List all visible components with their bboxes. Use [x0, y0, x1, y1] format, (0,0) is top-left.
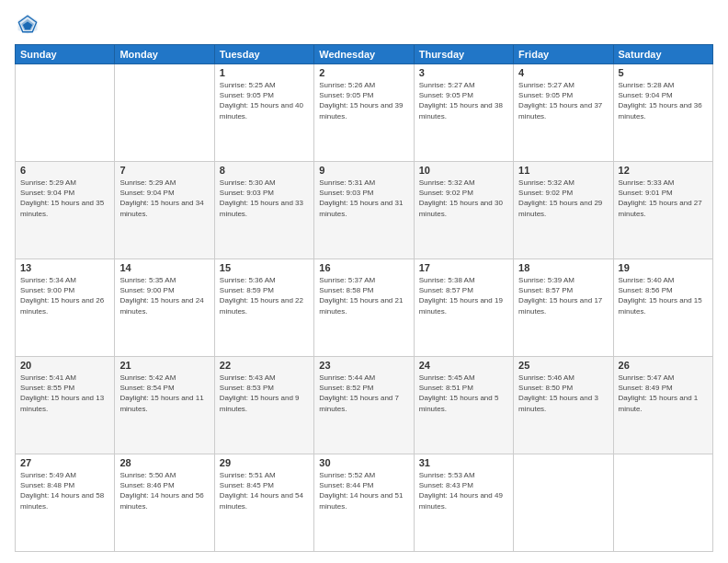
calendar-cell: 31Sunrise: 5:53 AMSunset: 8:43 PMDayligh… [414, 454, 513, 552]
day-info: Sunrise: 5:43 AMSunset: 8:53 PMDaylight:… [220, 373, 309, 414]
day-info: Sunrise: 5:49 AMSunset: 8:48 PMDaylight:… [20, 470, 109, 511]
week-row-1: 1Sunrise: 5:25 AMSunset: 9:05 PMDaylight… [16, 64, 713, 162]
day-number: 15 [220, 262, 309, 273]
day-number: 5 [619, 67, 708, 78]
calendar-cell: 7Sunrise: 5:29 AMSunset: 9:04 PMDaylight… [115, 162, 214, 259]
calendar-cell: 21Sunrise: 5:42 AMSunset: 8:54 PMDayligh… [115, 357, 214, 454]
day-info: Sunrise: 5:29 AMSunset: 9:04 PMDaylight:… [20, 178, 109, 219]
calendar-cell: 4Sunrise: 5:27 AMSunset: 9:05 PMDaylight… [514, 64, 613, 162]
day-info: Sunrise: 5:50 AMSunset: 8:46 PMDaylight:… [119, 470, 209, 511]
day-number: 17 [419, 262, 508, 273]
day-number: 20 [20, 360, 109, 371]
calendar-cell [115, 64, 214, 162]
day-number: 8 [220, 165, 309, 176]
day-number: 14 [119, 262, 209, 273]
calendar-cell: 26Sunrise: 5:47 AMSunset: 8:49 PMDayligh… [613, 357, 712, 454]
calendar-cell: 1Sunrise: 5:25 AMSunset: 9:05 PMDaylight… [214, 64, 313, 162]
day-info: Sunrise: 5:51 AMSunset: 8:45 PMDaylight:… [220, 470, 309, 511]
day-info: Sunrise: 5:34 AMSunset: 9:00 PMDaylight:… [20, 275, 109, 316]
weekday-header-sunday: Sunday [16, 45, 115, 64]
day-number: 10 [419, 165, 508, 176]
day-info: Sunrise: 5:53 AMSunset: 8:43 PMDaylight:… [419, 470, 508, 511]
day-number: 22 [220, 360, 309, 371]
logo-icon [15, 11, 40, 37]
day-number: 26 [619, 360, 708, 371]
day-info: Sunrise: 5:35 AMSunset: 9:00 PMDaylight:… [119, 275, 209, 316]
calendar-cell: 25Sunrise: 5:46 AMSunset: 8:50 PMDayligh… [514, 357, 613, 454]
day-number: 29 [220, 457, 309, 468]
day-info: Sunrise: 5:46 AMSunset: 8:50 PMDaylight:… [518, 373, 608, 414]
calendar-cell: 3Sunrise: 5:27 AMSunset: 9:05 PMDaylight… [414, 64, 513, 162]
day-info: Sunrise: 5:42 AMSunset: 8:54 PMDaylight:… [119, 373, 209, 414]
day-info: Sunrise: 5:30 AMSunset: 9:03 PMDaylight:… [220, 178, 309, 219]
weekday-header-saturday: Saturday [613, 45, 712, 64]
day-info: Sunrise: 5:38 AMSunset: 8:57 PMDaylight:… [419, 275, 508, 316]
day-number: 19 [619, 262, 708, 273]
weekday-header-monday: Monday [115, 45, 214, 64]
day-number: 18 [518, 262, 608, 273]
calendar-cell: 14Sunrise: 5:35 AMSunset: 9:00 PMDayligh… [115, 259, 214, 357]
day-info: Sunrise: 5:47 AMSunset: 8:49 PMDaylight:… [619, 373, 708, 414]
calendar-cell: 9Sunrise: 5:31 AMSunset: 9:03 PMDaylight… [314, 162, 414, 259]
calendar-cell: 28Sunrise: 5:50 AMSunset: 8:46 PMDayligh… [115, 454, 214, 552]
calendar-cell: 27Sunrise: 5:49 AMSunset: 8:48 PMDayligh… [16, 454, 115, 552]
day-number: 1 [220, 67, 309, 78]
day-info: Sunrise: 5:41 AMSunset: 8:55 PMDaylight:… [20, 373, 109, 414]
day-number: 24 [419, 360, 508, 371]
day-info: Sunrise: 5:45 AMSunset: 8:51 PMDaylight:… [419, 373, 508, 414]
day-number: 16 [319, 262, 408, 273]
calendar-cell: 16Sunrise: 5:37 AMSunset: 8:58 PMDayligh… [314, 259, 414, 357]
calendar-cell [613, 454, 712, 552]
calendar-cell: 20Sunrise: 5:41 AMSunset: 8:55 PMDayligh… [16, 357, 115, 454]
day-info: Sunrise: 5:33 AMSunset: 9:01 PMDaylight:… [619, 178, 708, 219]
weekday-header-row: SundayMondayTuesdayWednesdayThursdayFrid… [16, 45, 713, 64]
calendar-cell: 5Sunrise: 5:28 AMSunset: 9:04 PMDaylight… [613, 64, 712, 162]
calendar-table: SundayMondayTuesdayWednesdayThursdayFrid… [15, 44, 713, 552]
calendar-cell: 30Sunrise: 5:52 AMSunset: 8:44 PMDayligh… [314, 454, 414, 552]
calendar-cell [514, 454, 613, 552]
week-row-2: 6Sunrise: 5:29 AMSunset: 9:04 PMDaylight… [16, 162, 713, 259]
calendar-cell: 29Sunrise: 5:51 AMSunset: 8:45 PMDayligh… [214, 454, 313, 552]
calendar-cell: 24Sunrise: 5:45 AMSunset: 8:51 PMDayligh… [414, 357, 513, 454]
calendar-cell: 17Sunrise: 5:38 AMSunset: 8:57 PMDayligh… [414, 259, 513, 357]
calendar-cell: 23Sunrise: 5:44 AMSunset: 8:52 PMDayligh… [314, 357, 414, 454]
day-info: Sunrise: 5:39 AMSunset: 8:57 PMDaylight:… [518, 275, 608, 316]
day-number: 12 [619, 165, 708, 176]
day-number: 13 [20, 262, 109, 273]
day-info: Sunrise: 5:40 AMSunset: 8:56 PMDaylight:… [619, 275, 708, 316]
day-info: Sunrise: 5:44 AMSunset: 8:52 PMDaylight:… [319, 373, 408, 414]
day-number: 11 [518, 165, 608, 176]
weekday-header-friday: Friday [514, 45, 613, 64]
calendar-cell: 22Sunrise: 5:43 AMSunset: 8:53 PMDayligh… [214, 357, 313, 454]
calendar-cell: 19Sunrise: 5:40 AMSunset: 8:56 PMDayligh… [613, 259, 712, 357]
day-info: Sunrise: 5:36 AMSunset: 8:59 PMDaylight:… [220, 275, 309, 316]
day-info: Sunrise: 5:32 AMSunset: 9:02 PMDaylight:… [518, 178, 608, 219]
day-info: Sunrise: 5:27 AMSunset: 9:05 PMDaylight:… [518, 80, 608, 121]
day-info: Sunrise: 5:26 AMSunset: 9:05 PMDaylight:… [319, 80, 408, 121]
day-number: 27 [20, 457, 109, 468]
weekday-header-tuesday: Tuesday [214, 45, 313, 64]
calendar-cell [16, 64, 115, 162]
day-info: Sunrise: 5:27 AMSunset: 9:05 PMDaylight:… [419, 80, 508, 121]
weekday-header-wednesday: Wednesday [314, 45, 414, 64]
day-number: 4 [518, 67, 608, 78]
calendar-cell: 6Sunrise: 5:29 AMSunset: 9:04 PMDaylight… [16, 162, 115, 259]
day-number: 7 [119, 165, 209, 176]
weekday-header-thursday: Thursday [414, 45, 513, 64]
day-number: 9 [319, 165, 408, 176]
week-row-4: 20Sunrise: 5:41 AMSunset: 8:55 PMDayligh… [16, 357, 713, 454]
calendar-cell: 13Sunrise: 5:34 AMSunset: 9:00 PMDayligh… [16, 259, 115, 357]
day-info: Sunrise: 5:25 AMSunset: 9:05 PMDaylight:… [220, 80, 309, 121]
day-number: 28 [119, 457, 209, 468]
day-info: Sunrise: 5:52 AMSunset: 8:44 PMDaylight:… [319, 470, 408, 511]
day-info: Sunrise: 5:28 AMSunset: 9:04 PMDaylight:… [619, 80, 708, 121]
day-number: 30 [319, 457, 408, 468]
day-number: 3 [419, 67, 508, 78]
page: SundayMondayTuesdayWednesdayThursdayFrid… [0, 0, 728, 563]
day-info: Sunrise: 5:31 AMSunset: 9:03 PMDaylight:… [319, 178, 408, 219]
calendar-cell: 10Sunrise: 5:32 AMSunset: 9:02 PMDayligh… [414, 162, 513, 259]
calendar-cell: 11Sunrise: 5:32 AMSunset: 9:02 PMDayligh… [514, 162, 613, 259]
day-number: 6 [20, 165, 109, 176]
calendar-cell: 12Sunrise: 5:33 AMSunset: 9:01 PMDayligh… [613, 162, 712, 259]
day-number: 31 [419, 457, 508, 468]
